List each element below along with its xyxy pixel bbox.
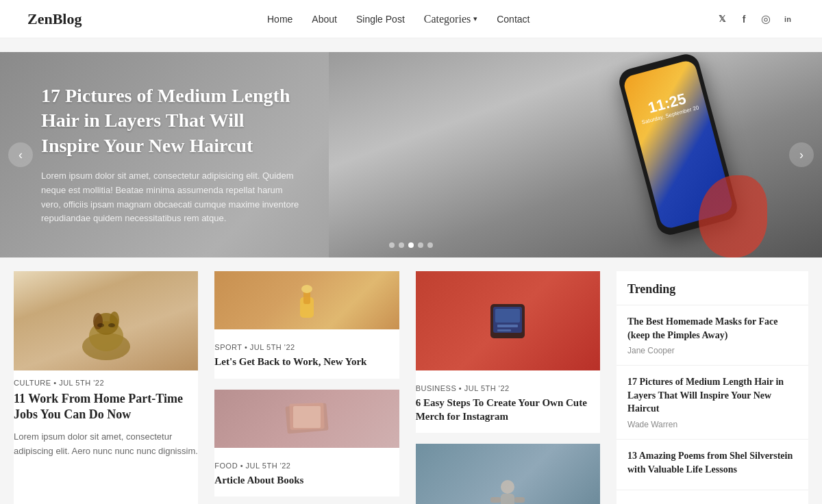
col2-post-1-meta: SPORT • JUL 5TH '22 [214,343,399,351]
featured-post-date: JUL 5TH '22 [59,379,104,387]
linkedin-icon[interactable]: in [781,12,795,26]
col3-post-1-title[interactable]: 6 Easy Steps To Create Your Own Cute Mer… [416,396,600,423]
col2-post-1-image [214,271,399,329]
col2-post-2-title[interactable]: Article About Books [214,474,399,488]
nav-categories-label: Categories [424,13,471,25]
col3-post-2: FITNESS • JUL 5TH '22 Fitness Article Ti… [416,444,600,504]
hero-dot-2[interactable] [399,242,404,248]
col3-post-1-body: BUSINESS • JUL 5TH '22 6 Easy Steps To C… [416,370,600,433]
col2-post-1-date: JUL 5TH '22 [250,343,295,351]
trending-item-3-title[interactable]: 13 Amazing Poems from Shel Silverstein w… [627,449,797,476]
featured-post-card: CULTURE • JUL 5TH '22 11 Work From Home … [14,271,198,504]
svg-rect-16 [497,325,518,327]
col2-post-2-body: FOOD • JUL 5TH '22 Article About Books [214,448,399,497]
featured-post-category: CULTURE [14,379,51,387]
hero-content: 17 Pictures of Medium Length Hair in Lay… [0,56,342,253]
gym-svg [484,473,532,505]
svg-point-5 [97,323,104,327]
main-content-grid: CULTURE • JUL 5TH '22 11 Work From Home … [0,271,822,504]
nav-contact[interactable]: Contact [497,14,530,25]
trending-item-2: 17 Pictures of Medium Length Hair in Lay… [616,366,808,440]
col3-post-1: BUSINESS • JUL 5TH '22 6 Easy Steps To C… [416,271,600,433]
nav-single-post[interactable]: Single Post [356,14,405,25]
book-svg [283,398,331,439]
featured-post-image [14,271,198,370]
col2-post-1-category: SPORT [214,343,242,351]
trending-header: Trending [616,271,808,305]
col2-post-2-date: JUL 5TH '22 [246,462,291,470]
main-nav: Home About Single Post Categories ▾ Cont… [267,13,530,25]
svg-rect-20 [490,497,501,503]
trending-item-1: The Best Homemade Masks for Face (keep t… [616,305,808,366]
col2-post-1-title[interactable]: Let's Get Back to Work, New York [214,355,399,369]
svg-rect-21 [514,497,525,503]
hero-excerpt: Lorem ipsum dolor sit amet, consectetur … [41,169,301,226]
hero-dot-1[interactable] [389,242,395,248]
trending-item-3: 13 Amazing Poems from Shel Silverstein w… [616,440,808,490]
col2-post-2-meta: FOOD • JUL 5TH '22 [214,462,399,470]
hero-slider: 11:25 Saturday, September 20 17 Pictures… [0,52,822,257]
nav-categories[interactable]: Categories ▾ [424,13,477,25]
featured-post-body: CULTURE • JUL 5TH '22 11 Work From Home … [14,379,198,466]
svg-rect-12 [293,406,321,428]
site-header: ZenBlog Home About Single Post Categorie… [0,0,822,38]
svg-point-18 [501,480,514,494]
col3-post-1-category: BUSINESS [416,384,457,392]
trending-sidebar: Trending The Best Homemade Masks for Fac… [616,271,808,504]
hero-title: 17 Pictures of Medium Length Hair in Lay… [41,84,301,158]
hero-dot-3[interactable] [408,242,414,248]
instagram-icon[interactable]: ◎ [759,12,773,26]
featured-post-meta: CULTURE • JUL 5TH '22 [14,379,198,387]
featured-post-title[interactable]: 11 Work From Home Part-Time Jobs You Can… [14,391,198,423]
nav-home[interactable]: Home [267,14,292,25]
col2-post-2-image [214,390,399,448]
food-svg [286,277,327,325]
chevron-down-icon: ▾ [473,14,477,23]
col2-post-1: SPORT • JUL 5TH '22 Let's Get Back to Wo… [214,271,399,379]
facebook-icon[interactable]: f [737,12,751,26]
col3-post-1-date: JUL 5TH '22 [464,384,510,392]
trending-item-1-title[interactable]: The Best Homemade Masks for Face (keep t… [627,315,797,342]
site-logo[interactable]: ZenBlog [27,10,82,28]
col3-post-1-image [416,271,600,370]
hero-next-button[interactable]: › [789,142,814,167]
hero-dots [389,242,433,248]
col2-posts: SPORT • JUL 5TH '22 Let's Get Back to Wo… [214,271,399,504]
nav-about[interactable]: About [312,14,337,25]
col2-post-1-body: SPORT • JUL 5TH '22 Let's Get Back to Wo… [214,329,399,379]
trending-item-2-title[interactable]: 17 Pictures of Medium Length Hair in Lay… [627,375,797,416]
svg-rect-17 [497,329,511,331]
twitter-icon[interactable]: 𝕏 [715,12,729,26]
social-links: 𝕏 f ◎ in [715,12,795,26]
svg-point-6 [108,323,115,327]
tablet-svg [484,301,532,342]
col3-post-1-meta: BUSINESS • JUL 5TH '22 [416,384,600,392]
trending-item-1-author: Jane Cooper [627,346,797,355]
featured-post-excerpt: Lorem ipsum dolor sit amet, consectetur … [14,430,198,459]
trending-item-2-author: Wade Warren [627,420,797,429]
col3-post-2-image [416,444,600,504]
svg-rect-15 [495,309,520,323]
svg-point-9 [301,285,312,293]
col3-posts: BUSINESS • JUL 5TH '22 6 Easy Steps To C… [416,271,600,504]
hero-prev-button[interactable]: ‹ [8,142,33,167]
col2-post-2: FOOD • JUL 5TH '22 Article About Books [214,390,399,497]
svg-rect-19 [501,494,514,505]
hero-dot-5[interactable] [427,242,433,248]
hero-dot-4[interactable] [418,242,423,248]
col2-post-2-category: FOOD [214,462,238,470]
dog-svg [65,295,147,364]
